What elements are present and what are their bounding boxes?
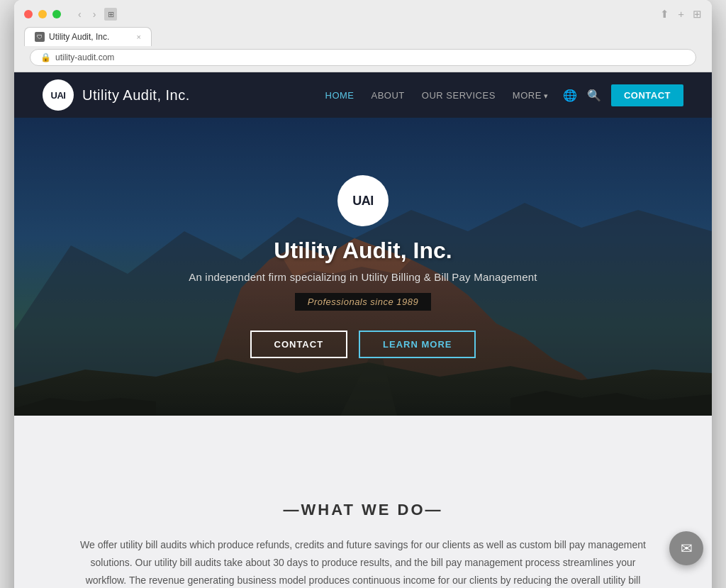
- new-tab-icon[interactable]: +: [678, 8, 684, 21]
- grid-icon: ⊞: [104, 8, 117, 21]
- logo-icon: UAI: [43, 79, 74, 111]
- browser-window: ‹ › ⊞ ⬆ + ⊞ 🛡 Utility Audit, Inc. × 🔒: [14, 0, 712, 588]
- nav-contact-button[interactable]: CONTACT: [611, 84, 683, 106]
- browser-nav: ‹ › ⊞: [75, 7, 117, 21]
- active-tab[interactable]: 🛡 Utility Audit, Inc. ×: [24, 27, 152, 46]
- tab-favicon: 🛡: [35, 32, 45, 42]
- hero-learn-more-button[interactable]: LEARN MORE: [359, 331, 476, 358]
- float-message-button[interactable]: ✉: [669, 531, 703, 565]
- wave-divider: [14, 416, 712, 458]
- browser-chrome: ‹ › ⊞ ⬆ + ⊞ 🛡 Utility Audit, Inc. × 🔒: [14, 0, 712, 72]
- tab-row: 🛡 Utility Audit, Inc. ×: [24, 27, 702, 46]
- nav-more[interactable]: MORE: [513, 90, 549, 101]
- search-icon[interactable]: 🔍: [587, 89, 601, 102]
- message-icon: ✉: [681, 540, 693, 557]
- nav-about[interactable]: ABOUT: [372, 90, 405, 101]
- hero-section: UAI Utility Audit, Inc. An independent f…: [14, 118, 712, 416]
- url-text: utility-audit.com: [55, 52, 114, 62]
- hero-contact-button[interactable]: CONTACT: [250, 331, 348, 358]
- forward-btn[interactable]: ›: [90, 7, 99, 21]
- nav-our-services[interactable]: OUR SERVICES: [422, 90, 496, 101]
- section-description: We offer utility bill audits which produ…: [79, 536, 647, 588]
- hero-buttons: CONTACT LEARN MORE: [189, 331, 537, 358]
- globe-icon[interactable]: 🌐: [563, 89, 577, 102]
- site-nav: UAI Utility Audit, Inc. HOME ABOUT OUR S…: [14, 72, 712, 118]
- hero-badge: Professionals since 1989: [295, 293, 432, 311]
- address-bar-row: 🔒 utility-audit.com: [24, 49, 702, 72]
- nav-links: HOME ABOUT OUR SERVICES MORE: [325, 90, 549, 101]
- apps-icon[interactable]: ⊞: [693, 8, 702, 21]
- hero-subtitle: An independent firm specializing in Util…: [189, 271, 537, 283]
- website: UAI Utility Audit, Inc. HOME ABOUT OUR S…: [14, 72, 712, 588]
- window-actions: ⬆ + ⊞: [660, 8, 702, 21]
- tab-label: Utility Audit, Inc.: [49, 32, 109, 42]
- back-btn[interactable]: ‹: [75, 7, 84, 21]
- minimize-window-btn[interactable]: [38, 10, 47, 18]
- address-bar[interactable]: 🔒 utility-audit.com: [30, 49, 696, 66]
- hero-content: UAI Utility Audit, Inc. An independent f…: [174, 161, 552, 372]
- tab-close-btn[interactable]: ×: [137, 33, 141, 41]
- section-title: —WHAT WE DO—: [71, 501, 655, 519]
- company-name: Utility Audit, Inc.: [82, 87, 190, 104]
- browser-controls: ‹ › ⊞ ⬆ + ⊞: [24, 7, 702, 21]
- lock-icon: 🔒: [40, 52, 51, 62]
- hero-logo-circle: UAI: [337, 175, 389, 226]
- hero-title: Utility Audit, Inc.: [189, 238, 537, 264]
- fullscreen-window-btn[interactable]: [52, 10, 61, 18]
- nav-icons: 🌐 🔍: [563, 89, 601, 102]
- logo-area: UAI Utility Audit, Inc.: [43, 79, 325, 111]
- nav-home[interactable]: HOME: [325, 90, 354, 101]
- close-window-btn[interactable]: [24, 10, 33, 18]
- share-icon[interactable]: ⬆: [660, 8, 669, 21]
- what-we-do-section: —WHAT WE DO— We offer utility bill audit…: [14, 458, 712, 588]
